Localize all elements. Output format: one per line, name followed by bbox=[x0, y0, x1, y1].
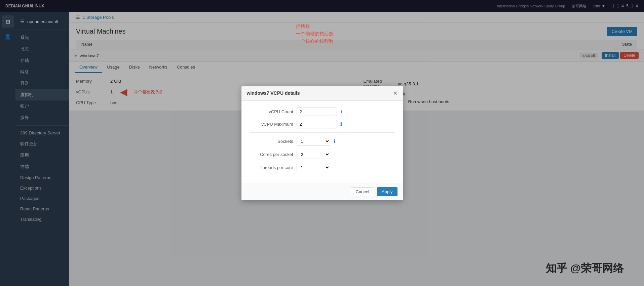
vcpu-count-info-icon[interactable]: ℹ bbox=[340, 109, 342, 114]
modal-body: vCPU Count ℹ vCPU Maximum ℹ Sockets 1 2 … bbox=[241, 101, 403, 183]
sockets-label: Sockets bbox=[250, 139, 293, 144]
modal-cores-per-socket-row: Cores per socket 1 2 4 bbox=[250, 150, 395, 159]
modal-close-button[interactable]: ✕ bbox=[393, 90, 397, 96]
cores-per-socket-label: Cores per socket bbox=[250, 152, 293, 157]
vcpu-max-input[interactable] bbox=[297, 120, 337, 128]
modal-header: windows7 VCPU details 插槽数 一个插槽的核心数 一个核心的… bbox=[241, 86, 403, 101]
vcpu-max-label: vCPU Maximum bbox=[250, 122, 293, 127]
apply-button[interactable]: Apply bbox=[377, 187, 397, 196]
modal-divider bbox=[250, 132, 395, 133]
sockets-select[interactable]: 1 2 4 bbox=[297, 137, 330, 146]
vcpu-max-info-icon[interactable]: ℹ bbox=[340, 121, 342, 127]
modal-footer: Cancel Apply bbox=[241, 183, 403, 200]
modal-overlay: windows7 VCPU details 插槽数 一个插槽的核心数 一个核心的… bbox=[0, 0, 644, 286]
vcpu-count-label: vCPU Count bbox=[250, 109, 293, 114]
modal-sockets-row: Sockets 1 2 4 ℹ bbox=[250, 137, 395, 146]
threads-per-core-select[interactable]: 1 2 bbox=[297, 163, 330, 172]
modal-title: windows7 VCPU details bbox=[247, 90, 300, 96]
threads-per-core-label: Threads per core bbox=[250, 165, 293, 170]
modal-vcpu-max-row: vCPU Maximum ℹ bbox=[250, 120, 395, 128]
modal-threads-per-core-row: Threads per core 1 2 bbox=[250, 163, 395, 172]
cancel-button[interactable]: Cancel bbox=[351, 187, 374, 196]
modal-vcpu-count-row: vCPU Count ℹ bbox=[250, 108, 395, 116]
cores-per-socket-select[interactable]: 1 2 4 bbox=[297, 150, 330, 159]
vcpu-count-input[interactable] bbox=[297, 108, 337, 116]
modal-vcpu: windows7 VCPU details 插槽数 一个插槽的核心数 一个核心的… bbox=[241, 86, 403, 200]
sockets-info-icon[interactable]: ℹ bbox=[334, 138, 335, 144]
